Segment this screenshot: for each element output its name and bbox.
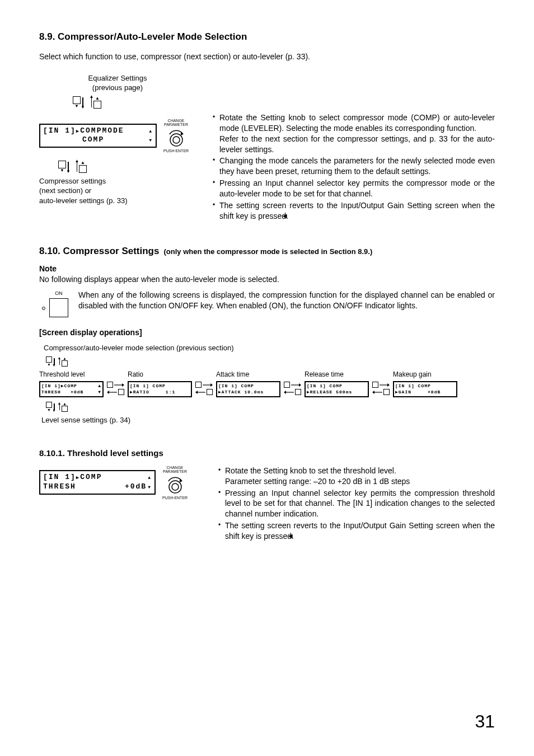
flow-nav-bottom: ▼▼ ▲▲ xyxy=(46,402,495,412)
knob-icon: CHANGE PARAMETER PUSH·ENTER xyxy=(162,466,188,500)
svg-marker-16 xyxy=(387,383,390,387)
flow-arrow-icon xyxy=(372,382,390,395)
flow-lcd: Attack time[IN 1] COMP▶ATTACK 10.0ms xyxy=(216,370,280,397)
svg-point-20 xyxy=(169,481,181,493)
comp-caption-3: auto-leveler settings (p. 33) xyxy=(39,196,128,205)
screen-ops-heading: [Screen display operations] xyxy=(39,327,495,338)
flow-lcd: Release time[IN 1] COMP▶RELEASE 500ms xyxy=(305,370,369,397)
flow-lcd: Makeup gain[IN 1] COMP▶GAIN +0dB xyxy=(393,370,457,397)
lcd-compmode: [IN 1]COMPMODE COMP xyxy=(39,124,157,148)
knob-icon: CHANGE PARAMETER PUSH·ENTER xyxy=(163,119,189,153)
eq-caption-2: (previous page) xyxy=(92,83,143,92)
heading-8-10: 8.10. Compressor Settings xyxy=(39,245,159,258)
bullets-8-10-1: Rotate the Setting knob to set the thres… xyxy=(218,466,495,542)
flow-arrow-icon xyxy=(195,382,213,395)
heading-8-10-1: 8.10.1. Threshold level settings xyxy=(39,448,495,459)
nav-arrows-top: ▼ ▼ ▲ ▲ xyxy=(73,96,196,109)
svg-marker-8 xyxy=(210,383,213,387)
eq-caption-1: Equalizer Settings xyxy=(88,74,147,82)
level-sense-label: Level sense settings (p. 34) xyxy=(41,415,495,425)
bullet-item: The setting screen reverts to the Input/… xyxy=(213,200,495,222)
down-button-icon xyxy=(73,96,81,104)
flow-arrow-icon xyxy=(107,382,124,395)
section-8-10: 8.10. Compressor Settings (only when the… xyxy=(39,245,495,425)
bullet-item: Pressing an Input channel selector key p… xyxy=(218,488,495,520)
svg-point-2 xyxy=(173,137,180,143)
svg-marker-6 xyxy=(107,391,109,394)
onoff-text: When any of the following screens is dis… xyxy=(78,290,495,311)
onoff-indicator-icon: ON xyxy=(49,290,68,317)
note-label: Note xyxy=(39,264,57,273)
section-8-10-1: 8.10.1. Threshold level settings [IN 1]C… xyxy=(39,448,495,543)
up-button-icon xyxy=(93,101,101,109)
prev-section-label: Compressor/auto-leveler mode selection (… xyxy=(44,343,495,353)
left-arrow-icon xyxy=(283,210,288,220)
down-button-icon xyxy=(58,161,66,168)
qualifier-8-10: (only when the compressor mode is select… xyxy=(163,247,372,257)
flow-lcd: Ratio[IN 1] COMP▶RATIO 1:1 xyxy=(128,370,192,397)
bullet-item: Pressing an Input channel selector key p… xyxy=(213,178,495,199)
bullet-item: Rotate the Setting knob to select compre… xyxy=(213,112,495,155)
nav-arrows-bottom: ▼ ▼ ▲ ▲ xyxy=(58,161,196,173)
left-diagram-8-9: Equalizer Settings (previous page) ▼ ▼ ▲… xyxy=(39,73,196,206)
page-number: 31 xyxy=(475,710,495,734)
flow-arrow-icon xyxy=(284,382,301,395)
svg-marker-12 xyxy=(299,383,301,387)
flow-nav-top: ▼▼ ▲▲ xyxy=(46,356,495,367)
comp-caption-1: Compressor settings xyxy=(39,177,106,185)
lcd-threshold: [IN 1]COMP THRESH+0dB xyxy=(39,470,156,495)
svg-marker-14 xyxy=(284,391,286,394)
svg-marker-4 xyxy=(122,383,124,387)
intro-8-9: Select which function to use, compressor… xyxy=(39,51,495,62)
flow-lcd: Threshold level[IN 1]▶COMPTHRESH +0dB xyxy=(39,370,104,397)
note-text: No following displays appear when the au… xyxy=(39,275,279,284)
bullets-8-9: Rotate the Setting knob to select compre… xyxy=(213,112,495,222)
svg-marker-18 xyxy=(372,391,374,394)
bullet-item: The setting screen reverts to the Input/… xyxy=(218,520,495,542)
heading-8-9: 8.9. Compressor/Auto-Leveler Mode Select… xyxy=(39,31,495,44)
bullet-item: Changing the mode cancels the parameters… xyxy=(213,156,495,177)
svg-point-1 xyxy=(170,134,182,146)
flow-row: Threshold level[IN 1]▶COMPTHRESH +0dBRat… xyxy=(39,370,495,397)
bullet-item: Rotate the Setting knob to set the thres… xyxy=(218,466,495,487)
comp-caption-2: (next section) or xyxy=(39,186,91,195)
svg-point-21 xyxy=(172,483,179,490)
up-button-icon xyxy=(79,165,87,173)
left-arrow-icon xyxy=(288,530,293,541)
section-8-9: 8.9. Compressor/Auto-Leveler Mode Select… xyxy=(39,31,495,223)
svg-marker-10 xyxy=(195,391,198,394)
